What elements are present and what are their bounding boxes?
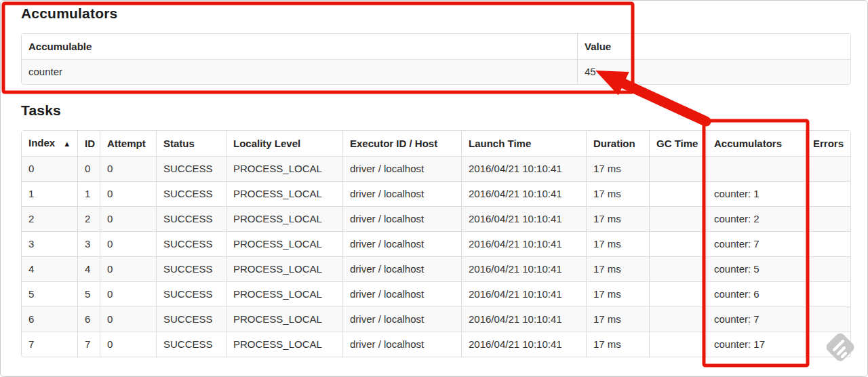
table-cell [649,181,707,206]
table-row: 330SUCCESSPROCESS_LOCALdriver / localhos… [22,231,850,256]
table-cell: 17 ms [586,181,649,206]
table-cell: 3 [22,231,77,256]
table-cell: 7 [77,332,100,357]
table-cell: PROCESS_LOCAL [226,281,342,306]
table-cell: 0 [100,181,156,206]
table-cell: 17 ms [586,256,649,281]
column-header-accumulable[interactable]: Accumulable [22,34,577,59]
table-cell: PROCESS_LOCAL [226,206,342,231]
column-header-accumulators[interactable]: Accumulators [707,131,806,156]
table-row: 000SUCCESSPROCESS_LOCALdriver / localhos… [22,156,850,181]
table-cell: 17 ms [586,156,649,181]
table-cell: 0 [22,156,77,181]
column-header-duration[interactable]: Duration [586,131,649,156]
table-cell: PROCESS_LOCAL [226,332,342,357]
table-row: 550SUCCESSPROCESS_LOCALdriver / localhos… [22,281,850,306]
column-header-gc-time[interactable]: GC Time [649,131,707,156]
table-cell: SUCCESS [156,206,226,231]
tasks-section-title: Tasks [21,102,61,119]
table-cell: 2016/04/21 10:10:41 [461,332,586,357]
table-cell [806,156,850,181]
sort-ascending-icon: ▲ [63,140,71,148]
table-cell: 4 [22,256,77,281]
table-cell: driver / localhost [342,206,461,231]
table-cell: SUCCESS [156,256,226,281]
table-cell: 17 ms [586,231,649,256]
table-cell: 2016/04/21 10:10:41 [461,181,586,206]
table-cell: driver / localhost [342,256,461,281]
table-cell: driver / localhost [342,156,461,181]
table-cell: PROCESS_LOCAL [226,231,342,256]
table-cell [806,281,850,306]
table-cell: 0 [77,156,100,181]
column-header-launch-time[interactable]: Launch Time [461,131,586,156]
table-cell: SUCCESS [156,181,226,206]
table-cell: PROCESS_LOCAL [226,156,342,181]
table-cell: 2016/04/21 10:10:41 [461,156,586,181]
column-header-index[interactable]: Index▲ [22,131,77,156]
accumulators-table: AccumulableValuecounter45 [21,33,851,85]
column-header-status[interactable]: Status [156,131,226,156]
table-cell: 2016/04/21 10:10:41 [461,306,586,332]
column-header-locality-level[interactable]: Locality Level [226,131,342,156]
table-cell: counter: 17 [707,332,806,357]
table-cell [806,256,850,281]
table-cell: counter [22,59,577,84]
table-cell: 45 [577,59,850,84]
table-cell [649,231,707,256]
table-cell: 0 [100,332,156,357]
table-cell: 0 [100,231,156,256]
table-cell [649,332,707,357]
column-header-executor-id-host[interactable]: Executor ID / Host [342,131,461,156]
table-cell: SUCCESS [156,332,226,357]
table-cell: counter: 1 [707,181,806,206]
table-cell: 5 [77,281,100,306]
table-cell: PROCESS_LOCAL [226,256,342,281]
tasks-table: Index▲IDAttemptStatusLocality LevelExecu… [21,130,851,357]
table-cell: 17 ms [586,332,649,357]
table-row: 660SUCCESSPROCESS_LOCALdriver / localhos… [22,306,850,332]
table-cell: 2016/04/21 10:10:41 [461,206,586,231]
table-cell [806,206,850,231]
table-cell: 6 [77,306,100,332]
table-cell: 7 [22,332,77,357]
column-header-attempt[interactable]: Attempt [100,131,156,156]
table-cell [649,256,707,281]
column-header-errors[interactable]: Errors [806,131,850,156]
table-cell: driver / localhost [342,181,461,206]
table-cell: driver / localhost [342,332,461,357]
table-cell: 6 [22,306,77,332]
table-cell [649,281,707,306]
table-cell: 2016/04/21 10:10:41 [461,231,586,256]
table-cell [707,156,806,181]
table-cell: 0 [100,256,156,281]
table-cell: counter: 2 [707,206,806,231]
table-cell [806,181,850,206]
table-cell [806,306,850,332]
table-cell: 4 [77,256,100,281]
table-cell: driver / localhost [342,281,461,306]
table-cell: 0 [100,156,156,181]
table-cell: driver / localhost [342,231,461,256]
table-cell [649,306,707,332]
table-cell: counter: 7 [707,231,806,256]
table-cell: 2 [77,206,100,231]
accumulators-section-title: Accumulators [21,5,117,22]
table-cell [649,156,707,181]
table-cell: 0 [100,306,156,332]
table-cell: 17 ms [586,306,649,332]
table-cell: SUCCESS [156,281,226,306]
table-cell: PROCESS_LOCAL [226,306,342,332]
table-cell: 5 [22,281,77,306]
table-cell: SUCCESS [156,231,226,256]
table-row: counter45 [22,59,850,84]
table-cell: PROCESS_LOCAL [226,181,342,206]
table-cell: driver / localhost [342,306,461,332]
table-cell [649,206,707,231]
table-cell: 17 ms [586,281,649,306]
column-header-id[interactable]: ID [77,131,100,156]
table-cell [806,231,850,256]
table-row: 220SUCCESSPROCESS_LOCALdriver / localhos… [22,206,850,231]
spark-ui-stage-page: Accumulators AccumulableValuecounter45 T… [0,0,868,377]
column-header-value[interactable]: Value [577,34,850,59]
